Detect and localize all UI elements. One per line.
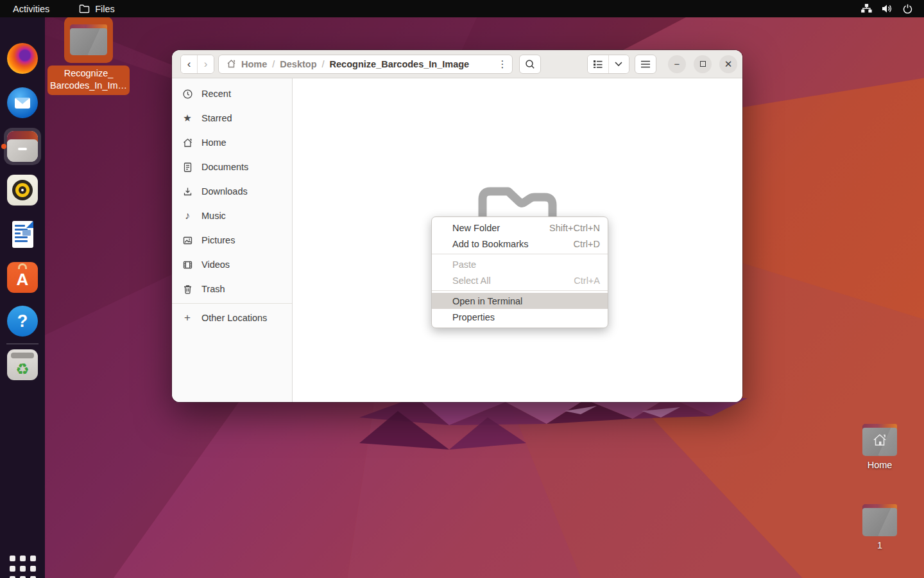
list-view-button[interactable] [588, 55, 608, 73]
path-menu-button[interactable]: ⋮ [493, 55, 512, 73]
document-icon [182, 161, 193, 173]
clock-icon [182, 88, 193, 100]
back-button[interactable]: ‹ [181, 55, 197, 73]
sidebar-item-other-locations[interactable]: + Other Locations [172, 306, 292, 330]
desktop-icon-label: Home [855, 460, 905, 470]
desktop-icon-recognize-barcodes[interactable]: Recognize_ Barcodes_In_Im… [46, 17, 131, 95]
minimize-button[interactable]: − [668, 55, 686, 73]
sidebar-item-trash[interactable]: Trash [172, 277, 292, 301]
desktop-icon-home[interactable]: Home [855, 424, 905, 470]
sidebar-item-videos[interactable]: Videos [172, 252, 292, 277]
menu-item-new-folder[interactable]: New Folder Shift+Ctrl+N [432, 220, 608, 236]
thunderbird-icon[interactable] [7, 87, 38, 118]
top-bar: Activities Files [0, 0, 924, 17]
view-options-button[interactable] [609, 55, 629, 73]
app-name-label: Files [95, 4, 115, 14]
trash-icon[interactable]: ♻ [7, 349, 38, 380]
breadcrumb-desktop[interactable]: Desktop [280, 59, 316, 69]
files-icon[interactable] [7, 131, 38, 162]
sidebar-item-music[interactable]: ♪ Music [172, 204, 292, 228]
accel-label: Shift+Ctrl+N [549, 223, 600, 233]
volume-icon [882, 4, 893, 13]
menu-separator [432, 290, 608, 291]
sidebar-item-recent[interactable]: Recent [172, 82, 292, 106]
path-bar: Home / Desktop / Recognize_Barcodes_In_I… [218, 55, 513, 74]
folder-icon [862, 504, 897, 536]
dock-separator [6, 344, 38, 344]
desktop-icon-1[interactable]: 1 [855, 504, 905, 550]
sidebar-item-pictures[interactable]: Pictures [172, 228, 292, 252]
hamburger-icon [640, 60, 651, 68]
film-icon [182, 259, 193, 270]
plus-icon: + [182, 312, 193, 324]
breadcrumb: Home / Desktop / Recognize_Barcodes_In_I… [219, 59, 492, 69]
selected-folder-box [64, 17, 113, 63]
image-icon [182, 234, 193, 246]
focused-app-menu[interactable]: Files [79, 4, 115, 14]
trash-icon [182, 283, 193, 295]
sidebar-separator [172, 303, 292, 304]
ubuntu-software-icon[interactable]: A [7, 262, 38, 293]
sidebar-item-downloads[interactable]: Downloads [172, 179, 292, 204]
activities-button[interactable]: Activities [13, 4, 49, 14]
firefox-icon[interactable] [7, 43, 38, 74]
accel-label: Ctrl+A [574, 276, 600, 286]
breadcrumb-home[interactable]: Home [241, 59, 267, 69]
nav-buttons: ‹ › [180, 55, 214, 74]
hamburger-menu-button[interactable] [635, 55, 656, 74]
home-folder-icon [862, 424, 897, 456]
sidebar: Recent ★ Starred Home [172, 78, 293, 402]
menu-item-properties[interactable]: Properties [432, 309, 608, 325]
sidebar-item-home[interactable]: Home [172, 130, 292, 155]
download-icon [182, 186, 193, 197]
star-icon: ★ [182, 112, 193, 124]
folder-icon [70, 24, 107, 55]
menu-item-paste: Paste [432, 256, 608, 272]
menu-item-add-to-bookmarks[interactable]: Add to Bookmarks Ctrl+D [432, 236, 608, 252]
music-note-icon: ♪ [182, 210, 193, 222]
help-icon[interactable]: ? [7, 306, 38, 337]
rhythmbox-icon[interactable] [7, 175, 38, 206]
desktop-icon-label: Recognize_ Barcodes_In_Im… [47, 66, 130, 95]
show-applications-icon[interactable] [10, 556, 36, 578]
accel-label: Ctrl+D [574, 239, 601, 249]
network-icon [861, 4, 872, 13]
context-menu: New Folder Shift+Ctrl+N Add to Bookmarks… [431, 216, 608, 328]
house-glyph [871, 432, 888, 449]
files-running-indicator [1, 144, 6, 149]
search-button[interactable] [519, 55, 541, 74]
list-view-icon [592, 59, 603, 69]
sidebar-item-starred[interactable]: ★ Starred [172, 106, 292, 130]
system-status-area[interactable] [861, 4, 924, 13]
menu-item-open-in-terminal[interactable]: Open in Terminal [432, 293, 608, 309]
dock: A ? ♻ [0, 17, 45, 578]
close-button[interactable]: ✕ [719, 55, 737, 73]
desktop: Activities Files [0, 0, 924, 578]
search-icon [525, 59, 535, 69]
maximize-button[interactable] [694, 55, 712, 73]
breadcrumb-current[interactable]: Recognize_Barcodes_In_Image [330, 59, 470, 69]
menu-separator [432, 254, 608, 254]
forward-button[interactable]: › [198, 55, 214, 73]
chevron-down-icon [614, 61, 623, 67]
folder-icon [79, 4, 90, 13]
desktop-icon-label: 1 [855, 540, 905, 550]
menu-item-select-all: Select All Ctrl+A [432, 272, 608, 288]
libreoffice-writer-icon[interactable] [7, 219, 38, 250]
power-icon [902, 4, 913, 13]
headerbar: ‹ › Home / Desktop / Recognize_Barcodes_… [172, 50, 742, 78]
view-switcher [587, 55, 629, 74]
home-icon [182, 137, 193, 148]
home-icon [227, 59, 236, 69]
sidebar-item-documents[interactable]: Documents [172, 155, 292, 179]
